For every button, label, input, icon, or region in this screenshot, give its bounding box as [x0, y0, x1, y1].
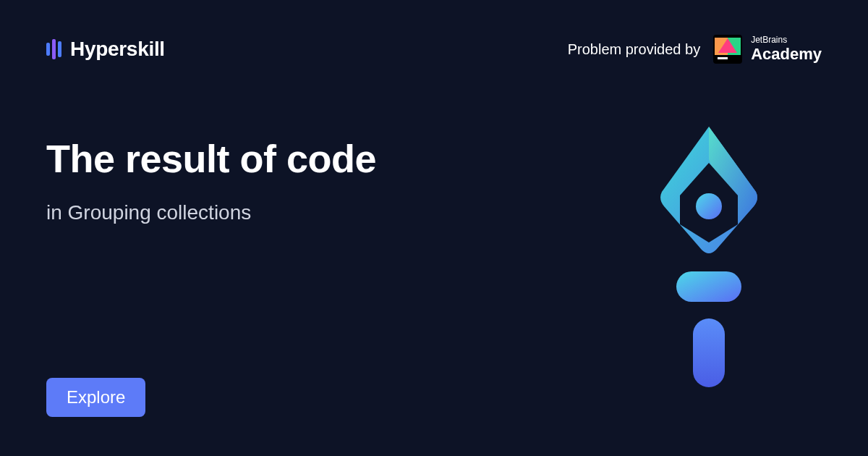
- jetbrains-brand: JetBrains: [751, 35, 822, 45]
- jetbrains-product: Academy: [751, 46, 822, 63]
- provider-section: Problem provided by JetBrains Academy: [568, 35, 822, 64]
- svg-point-0: [696, 193, 722, 219]
- hyperskill-icon: [46, 39, 61, 59]
- svg-rect-2: [693, 318, 725, 387]
- jetbrains-academy-logo: JetBrains Academy: [713, 35, 822, 64]
- explore-button[interactable]: Explore: [46, 378, 145, 417]
- hyperskill-logo-text: Hyperskill: [70, 38, 165, 61]
- provider-label: Problem provided by: [568, 41, 700, 58]
- header: Hyperskill Problem provided by JetBrains…: [0, 0, 868, 64]
- jetbrains-text-block: JetBrains Academy: [751, 35, 822, 62]
- svg-rect-1: [676, 271, 741, 302]
- jetbrains-icon: [713, 35, 742, 64]
- hyperskill-logo: Hyperskill: [46, 38, 165, 61]
- pen-badge-icon: [637, 123, 781, 398]
